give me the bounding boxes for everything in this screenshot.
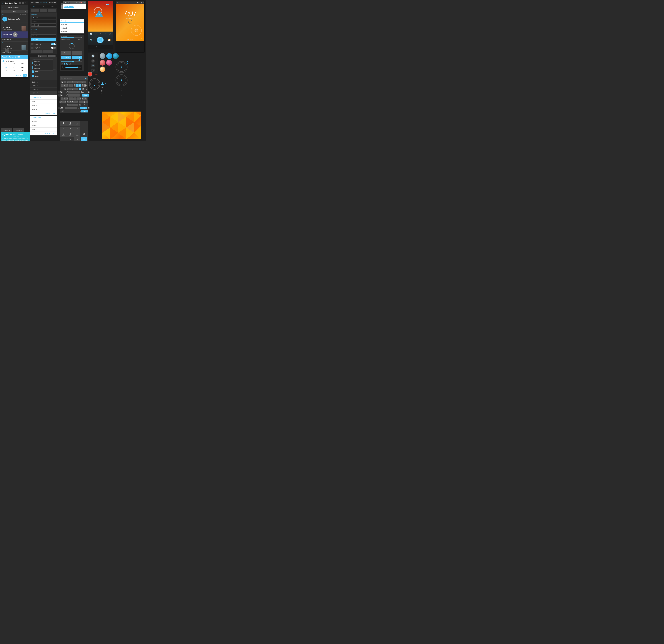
opt-overlap-1[interactable]: Option 1 (33, 60, 53, 63)
tab-1[interactable]: TAB 1 (30, 5, 39, 8)
sym-space[interactable] (65, 107, 77, 109)
sym-eq[interactable]: =\< (60, 104, 66, 106)
paste-button[interactable]: PASTE (64, 2, 70, 4)
key-space-2[interactable] (68, 94, 80, 97)
sym-star[interactable]: * (71, 101, 74, 103)
tr1-option-1[interactable]: Option 1 (30, 100, 57, 103)
key-x[interactable]: x (67, 88, 69, 90)
sym-at[interactable]: @ (60, 101, 62, 103)
tr1-ok[interactable]: OK (52, 112, 56, 114)
dial-2[interactable]: 2ABC (67, 121, 74, 126)
key-r[interactable]: r (69, 81, 71, 83)
sym-quest[interactable]: ? (79, 104, 81, 106)
shutter-button[interactable] (97, 37, 104, 43)
btn-normal-1[interactable]: Normal (61, 51, 71, 55)
sym-quote-d[interactable]: " (67, 104, 69, 106)
lightning-icon[interactable]: ⚡ (95, 33, 97, 35)
sym-3[interactable]: 3 (66, 98, 68, 100)
key-l[interactable]: l (82, 84, 84, 87)
key-return[interactable]: Return (80, 91, 87, 94)
back-nav-icon[interactable]: ◁ (96, 45, 97, 48)
cal-day-02[interactable]: 02 (10, 69, 19, 72)
home-nav-icon[interactable]: ○ (100, 45, 101, 48)
contact-p-badge[interactable]: P (84, 84, 87, 87)
key-h[interactable]: h (74, 84, 76, 87)
overflow-icon-2[interactable]: ⋮ (24, 6, 26, 9)
key-w[interactable]: w (64, 81, 66, 83)
dial-9[interactable]: 9WXYZ (74, 132, 80, 137)
dial-dot[interactable]: . (81, 127, 87, 132)
option-1-1[interactable]: Option 1 (30, 80, 57, 84)
sym-6[interactable]: 6 (74, 98, 76, 100)
sym-dollar[interactable]: $ (64, 101, 66, 103)
active-input[interactable]: Active text (32, 23, 56, 26)
sym-dot[interactable]: . (78, 107, 80, 109)
record-button[interactable] (88, 72, 92, 77)
key-n[interactable]: n (76, 88, 78, 90)
cal-month-dec[interactable]: Dec. (2, 63, 10, 65)
option-1-2[interactable]: Option 2 (30, 84, 57, 87)
btn-pressed-1[interactable]: Pressed (61, 56, 71, 59)
sym-rpar[interactable]: ) (81, 101, 83, 103)
dial-1[interactable]: 1 (60, 121, 67, 126)
cal-month-jan[interactable]: Jan (2, 66, 10, 69)
list-item-a1[interactable]: 2-Line List This is some text (1, 25, 28, 32)
dial-0[interactable]: 0+ (74, 138, 80, 141)
sym-excl[interactable]: ! (76, 104, 78, 106)
key-j[interactable]: j (76, 84, 78, 87)
list-item-a2-selected[interactable]: Second item A (1, 32, 28, 38)
key-a[interactable]: a (61, 84, 63, 87)
btn-pressed-2[interactable]: Pressed (72, 56, 82, 59)
key-del[interactable]: ⌫ (87, 91, 89, 94)
key-e[interactable]: e (66, 81, 69, 83)
opt-overlap-3[interactable]: Option 3 (33, 67, 53, 70)
dial-3[interactable]: 3DEF (74, 121, 80, 126)
vol-thumb[interactable] (76, 66, 78, 68)
selected-text[interactable]: Selected Text (64, 5, 75, 8)
fab-button[interactable]: ◀ (5, 48, 9, 53)
key-d[interactable]: d (66, 84, 68, 87)
tr2-option-3[interactable]: Option 3 (30, 128, 57, 131)
sym-percent[interactable]: % (67, 101, 69, 103)
option-1-selected[interactable]: Option 3 (30, 91, 57, 95)
key-p[interactable]: p (84, 81, 86, 83)
key-backspace[interactable]: ⌫ (81, 88, 85, 90)
check-icon[interactable]: ✓ (84, 2, 85, 4)
cam-icon-gallery[interactable]: 🎬 (91, 59, 95, 63)
tab-2[interactable]: TAB 2 (39, 5, 48, 8)
camera-bottom-icon[interactable]: 📷 (90, 39, 92, 41)
calendar-cancel[interactable]: Cancel (16, 74, 22, 77)
cal-year-2012[interactable]: 2012 (18, 63, 27, 65)
checkbox-unchecked[interactable] (69, 63, 71, 64)
dial-backspace[interactable]: ⌫ (81, 132, 87, 137)
toggle-off-switch[interactable]: OFF (51, 47, 56, 49)
key-mic-2[interactable]: 🎤 (65, 94, 67, 97)
dropdown-input[interactable]: Option| (60, 19, 84, 23)
calendar-set[interactable]: Set (23, 74, 26, 77)
sym-semi[interactable]: ; (74, 104, 76, 106)
tr2-ok[interactable]: OK (52, 132, 56, 134)
provide-year-checkbox[interactable] (2, 60, 4, 62)
sym-ellip[interactable]: ... (79, 110, 81, 112)
key-z[interactable]: z (64, 88, 66, 90)
camera-rotate-icon[interactable]: 🔄 (90, 33, 92, 35)
close-progress-2[interactable]: ✕ (81, 39, 82, 40)
key-g[interactable]: g (71, 84, 73, 87)
dial-7[interactable]: 7PQRS (60, 132, 67, 137)
sym-plus[interactable]: + (76, 101, 78, 103)
key-space[interactable] (68, 91, 80, 94)
key-v[interactable]: v (71, 88, 74, 90)
key-m1[interactable]: m (79, 84, 81, 87)
key-q[interactable]: q (61, 81, 63, 83)
tr2-option-1[interactable]: Option 1 (30, 120, 57, 124)
opt-overlap-2[interactable]: Option 2 (33, 63, 53, 67)
sym-9[interactable]: 9 (82, 98, 84, 100)
cam-icon-video[interactable]: 📹 (91, 64, 95, 67)
dial-6[interactable]: 6MNO (74, 127, 80, 132)
sym-abc[interactable]: ABC (58, 107, 65, 109)
find-input[interactable]: 🔍 Find ✏ (32, 16, 56, 19)
slider-1-thumb[interactable] (79, 59, 80, 61)
key-t[interactable]: t (71, 81, 74, 83)
sym-colon[interactable]: : (71, 104, 74, 106)
icon-calendar-small[interactable]: 📅 (80, 2, 82, 3)
